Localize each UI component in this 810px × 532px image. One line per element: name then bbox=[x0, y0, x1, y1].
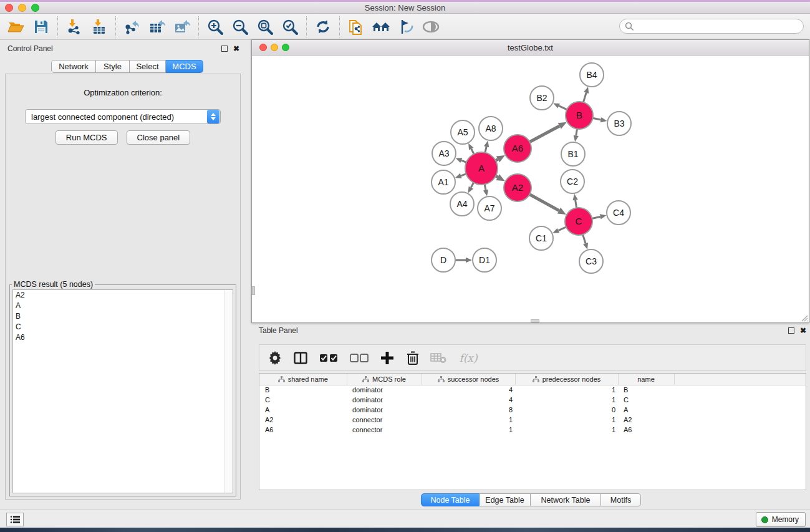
import-table-button[interactable] bbox=[87, 16, 112, 38]
close-panel-icon[interactable]: ✖ bbox=[233, 46, 239, 52]
function-builder-label: f(x) bbox=[459, 352, 477, 364]
canvas-vscroll-thumb[interactable] bbox=[252, 286, 255, 295]
workspace: Control Panel ✖ Network Style Select MCD… bbox=[0, 40, 810, 510]
task-history-button[interactable] bbox=[6, 513, 24, 526]
result-item[interactable]: A2 bbox=[13, 290, 233, 301]
search-icon bbox=[625, 22, 634, 31]
result-item[interactable]: A6 bbox=[13, 332, 233, 343]
zoom-fit-button[interactable] bbox=[253, 16, 277, 38]
zoom-in-button[interactable] bbox=[203, 16, 228, 38]
close-table-panel-icon[interactable]: ✖ bbox=[800, 327, 806, 334]
column-header[interactable]: successor nodes bbox=[422, 374, 515, 385]
delete-button[interactable] bbox=[405, 349, 421, 367]
select-all-button[interactable] bbox=[318, 349, 339, 367]
mcds-result-group: MCDS result (5 nodes) A2 A B C A6 bbox=[9, 284, 236, 496]
network-minimize-icon[interactable] bbox=[271, 44, 278, 51]
mcds-tab-content: Optimization criterion: largest connecte… bbox=[5, 74, 241, 500]
node-label-D1: D1 bbox=[479, 255, 490, 265]
run-mcds-button[interactable]: Run MCDS bbox=[55, 130, 118, 145]
function-builder-button[interactable]: f(x) bbox=[456, 349, 481, 367]
network-window-titlebar[interactable]: testGlobe.txt bbox=[252, 40, 809, 56]
minimize-window-icon[interactable] bbox=[18, 4, 26, 12]
close-window-icon[interactable] bbox=[5, 4, 13, 12]
result-scrollbar[interactable] bbox=[224, 290, 233, 493]
zoom-fit-icon bbox=[257, 19, 273, 35]
desktop-strip-bottom bbox=[0, 528, 810, 532]
gear-icon bbox=[268, 351, 282, 365]
dropdown-stepper-icon bbox=[207, 110, 219, 123]
zoom-out-button[interactable] bbox=[228, 16, 253, 38]
zoom-selected-button[interactable] bbox=[277, 16, 302, 38]
network-canvas[interactable]: B4B2BB3A5A8A6A3B1AA1C2A2A4A7C4CC1C3DD1 bbox=[252, 56, 809, 322]
split-columns-button[interactable] bbox=[292, 349, 309, 367]
table-row[interactable]: Adominator 80 A bbox=[259, 405, 806, 415]
close-panel-button[interactable]: Close panel bbox=[127, 130, 191, 145]
open-session-button[interactable] bbox=[4, 16, 29, 38]
node-label-A6: A6 bbox=[512, 143, 523, 153]
list-icon bbox=[10, 515, 20, 524]
toolbar-separator bbox=[115, 16, 116, 37]
zoom-window-icon[interactable] bbox=[31, 4, 39, 12]
tab-style[interactable]: Style bbox=[96, 60, 130, 73]
arrowhead-icon bbox=[600, 117, 607, 122]
main-toolbar bbox=[0, 14, 810, 40]
node-label-D: D bbox=[440, 255, 446, 265]
column-header[interactable]: predecessor nodes bbox=[515, 374, 618, 385]
result-item[interactable]: A bbox=[13, 301, 233, 311]
column-header[interactable]: name bbox=[618, 374, 674, 385]
add-column-icon bbox=[380, 351, 394, 365]
column-header[interactable]: MCDS role bbox=[347, 374, 422, 385]
tab-node-table[interactable]: Node Table bbox=[421, 493, 480, 506]
hide-details-button[interactable] bbox=[393, 16, 418, 38]
node-label-A7: A7 bbox=[484, 203, 494, 213]
toolbar-separator bbox=[339, 16, 340, 37]
table-row[interactable]: A6connector 11 A6 bbox=[259, 425, 806, 435]
export-network-icon bbox=[124, 19, 140, 35]
eye-button[interactable] bbox=[418, 16, 443, 38]
tab-edge-table[interactable]: Edge Table bbox=[480, 493, 531, 506]
window-title: Session: New Session bbox=[0, 2, 810, 14]
add-column-button[interactable] bbox=[379, 349, 395, 367]
node-label-C4: C4 bbox=[613, 208, 624, 218]
table-row[interactable]: Cdominator 41 C bbox=[259, 395, 806, 405]
search-input[interactable] bbox=[619, 19, 804, 34]
tab-select[interactable]: Select bbox=[130, 60, 166, 73]
table-row[interactable]: A2connector 11 A2 bbox=[259, 415, 806, 425]
tab-network[interactable]: Network bbox=[51, 60, 96, 73]
result-item[interactable]: C bbox=[13, 322, 233, 332]
window-controls bbox=[5, 4, 39, 12]
delete-table-button[interactable] bbox=[430, 349, 446, 367]
save-session-button[interactable] bbox=[29, 16, 54, 38]
import-network-button[interactable] bbox=[62, 16, 87, 38]
select-all-icon bbox=[319, 354, 338, 362]
tab-mcds[interactable]: MCDS bbox=[166, 60, 203, 73]
import-table-icon bbox=[91, 19, 107, 35]
gear-button[interactable] bbox=[267, 349, 283, 367]
mcds-result-list[interactable]: A2 A B C A6 bbox=[12, 289, 233, 493]
float-panel-icon[interactable] bbox=[221, 46, 228, 52]
canvas-hscroll-thumb[interactable] bbox=[531, 319, 539, 322]
export-network-button[interactable] bbox=[120, 16, 145, 38]
network-close-icon[interactable] bbox=[259, 44, 267, 51]
tab-motifs[interactable]: Motifs bbox=[601, 493, 641, 506]
table-tabs: Node Table Edge Table Network Table Moti… bbox=[421, 493, 641, 506]
export-table-button[interactable] bbox=[145, 16, 170, 38]
table-row[interactable]: Bdominator 41 B bbox=[259, 385, 806, 395]
result-item[interactable]: B bbox=[13, 311, 233, 322]
criterion-dropdown[interactable]: largest connected component (directed) bbox=[25, 109, 221, 124]
network-zoom-icon[interactable] bbox=[282, 44, 289, 51]
node-label-B: B bbox=[576, 110, 582, 120]
memory-button[interactable]: Memory bbox=[756, 512, 806, 527]
duplicate-network-icon bbox=[348, 18, 364, 36]
home-button[interactable] bbox=[369, 16, 393, 38]
duplicate-network-button[interactable] bbox=[344, 16, 369, 38]
tab-network-table[interactable]: Network Table bbox=[531, 493, 601, 506]
export-image-button[interactable] bbox=[170, 16, 195, 38]
column-header[interactable]: shared name bbox=[259, 374, 347, 385]
node-table[interactable]: shared name MCDS role successor nodes pr… bbox=[259, 373, 806, 490]
deselect-all-button[interactable] bbox=[349, 349, 370, 367]
refresh-button[interactable] bbox=[311, 16, 335, 38]
save-session-icon bbox=[34, 19, 49, 34]
resize-grip-icon[interactable] bbox=[799, 313, 808, 322]
float-table-panel-icon[interactable] bbox=[788, 327, 794, 334]
